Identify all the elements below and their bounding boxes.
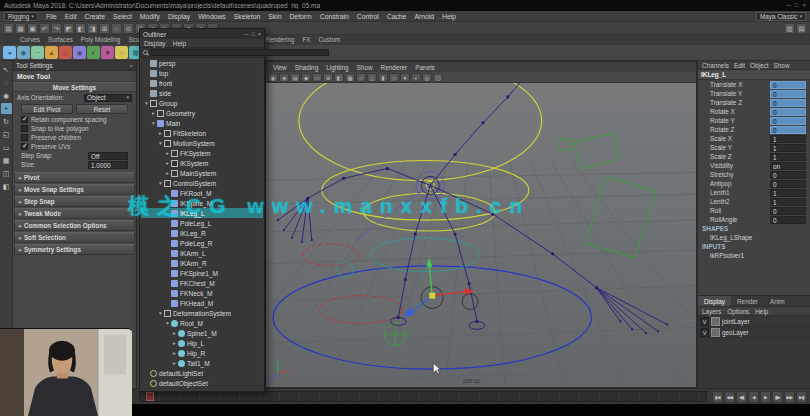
shelf-tab-custom[interactable]: Custom [315, 35, 345, 45]
outliner-item[interactable]: defaultObjectSet [141, 378, 263, 388]
expander-icon[interactable]: ▸ [171, 360, 178, 366]
channel-value-input[interactable]: 0 [770, 216, 806, 224]
expander-icon[interactable]: ▸ [164, 160, 171, 166]
scale-tool-icon[interactable]: ◱ [1, 129, 12, 140]
layers-menu[interactable]: Layers [702, 308, 721, 315]
channel-row[interactable]: Rotate Y 0 [698, 116, 810, 125]
outliner-item[interactable]: FKNeck_M [141, 288, 263, 298]
outliner-item[interactable]: IKLeg_L [141, 208, 263, 218]
reset-pivot-button[interactable]: Reset [76, 104, 128, 114]
outliner-menu-help[interactable]: Help [173, 40, 187, 47]
close-window-icon[interactable]: × [802, 0, 806, 11]
channel-value-input[interactable]: 1 [770, 189, 806, 197]
checkbox-row[interactable]: Preserve UVs [13, 142, 136, 151]
channel-row[interactable]: Rotate Z 0 [698, 125, 810, 134]
gate-mask-icon[interactable]: ▮ [378, 73, 388, 82]
axis-orientation-dropdown[interactable]: Object ▾ [84, 94, 132, 102]
outliner-item[interactable]: IKSpine_M [141, 198, 263, 208]
open-scene-icon[interactable]: ▦ [15, 23, 26, 34]
cb-menu-channels[interactable]: Channels [702, 62, 729, 69]
hypershade-layout-icon[interactable]: ◧ [1, 181, 12, 192]
layer-color-swatch[interactable] [711, 317, 720, 326]
cb-menu-edit[interactable]: Edit [734, 62, 745, 69]
collapsible-section-header[interactable]: Pivot [14, 172, 135, 183]
expander-icon[interactable]: ▾ [157, 140, 164, 146]
viewport-3d-scene[interactable]: persp [266, 83, 696, 387]
xray-mode-icon[interactable]: ◫ [433, 73, 443, 82]
channel-value-input[interactable]: 0 [770, 171, 806, 179]
menu-select[interactable]: Select [109, 11, 136, 22]
paint-weights-icon[interactable]: ◉ [73, 46, 86, 59]
paint-select-tool-icon[interactable]: ◉ [1, 90, 12, 101]
blend-shape-icon[interactable]: ■ [101, 46, 114, 59]
edit-pivot-button[interactable]: Edit Pivot [21, 104, 73, 114]
outliner-item[interactable]: ▸ FitSkeleton [141, 128, 263, 138]
lock-camera-icon[interactable]: ◈ [279, 73, 289, 82]
outliner-item[interactable]: ▸ Geometry [141, 108, 263, 118]
shelf-tab-curves[interactable]: Curves [16, 35, 44, 45]
yellow-control-curves[interactable] [299, 83, 542, 231]
current-frame-marker[interactable] [146, 392, 154, 401]
outliner-item[interactable]: FKSpine1_M [141, 268, 263, 278]
expander-icon[interactable]: ▾ [164, 320, 171, 326]
outliner-minimize-icon[interactable]: ─ [245, 31, 249, 37]
step-back-key-icon[interactable]: ◀◀ [724, 391, 735, 403]
single-pane-layout-icon[interactable]: ▭ [1, 142, 12, 153]
outliner-item[interactable]: ▸ Tail1_M [141, 358, 263, 368]
layer-tab-anim[interactable]: Anim [764, 296, 791, 306]
lasso-tool-icon[interactable]: ◌ [1, 77, 12, 88]
select-camera-icon[interactable]: ◉ [268, 73, 278, 82]
layer-visibility-toggle[interactable]: V [700, 317, 709, 326]
camera-attributes-icon[interactable]: ▤ [290, 73, 300, 82]
expander-icon[interactable]: ▸ [150, 110, 157, 116]
vp-menu-show[interactable]: Show [353, 64, 377, 71]
setting-value-input[interactable]: 1.0000 [88, 161, 128, 169]
expander-icon[interactable]: ▾ [150, 120, 157, 126]
channel-row[interactable]: Visibility on [698, 161, 810, 170]
select-object-icon[interactable]: ◧ [75, 23, 86, 34]
move-tool-icon[interactable]: + [1, 103, 12, 114]
rotate-tool-icon[interactable]: ↻ [1, 116, 12, 127]
menu-display[interactable]: Display [164, 11, 194, 22]
collapsible-section-header[interactable]: Symmetry Settings [14, 244, 135, 255]
menu-edit[interactable]: Edit [61, 11, 81, 22]
shelf-tab-fx[interactable]: FX [298, 35, 314, 45]
close-icon[interactable]: × [129, 63, 133, 69]
menu-arnold[interactable]: Arnold [410, 11, 438, 22]
outliner-item[interactable]: IKArm_L [141, 248, 263, 258]
go-to-start-icon[interactable]: ▮◀ [712, 391, 723, 403]
channel-value-input[interactable]: 0 [770, 126, 806, 134]
outliner-item[interactable]: IKLeg_R [141, 228, 263, 238]
channel-value-input[interactable]: 0 [770, 117, 806, 125]
redo-icon[interactable]: ↷ [51, 23, 62, 34]
channel-value-input[interactable]: 0 [770, 90, 806, 98]
channel-row[interactable]: Rotate X 0 [698, 107, 810, 116]
outliner-item[interactable]: FKChest_M [141, 278, 263, 288]
outliner-item[interactable]: ▸ FKSystem [141, 148, 263, 158]
save-scene-icon[interactable]: ▣ [27, 23, 38, 34]
channel-row[interactable]: Scale Z 1 [698, 152, 810, 161]
snap-to-grid-icon[interactable]: ⊞ [99, 23, 110, 34]
display-layer-row[interactable]: V geoLayer [698, 327, 810, 338]
vp-menu-panels[interactable]: Panels [411, 64, 439, 71]
unbind-skin-icon[interactable]: △ [59, 46, 72, 59]
collapsible-section-header[interactable]: Soft Selection [14, 232, 135, 243]
outliner-item[interactable]: FKHead_M [141, 298, 263, 308]
step-forward-key-icon[interactable]: ▶▶ [784, 391, 795, 403]
outliner-title-bar[interactable]: Outliner ─□× [140, 29, 264, 39]
collapsible-section-header[interactable]: Move Snap Settings [14, 184, 135, 195]
menu-deform[interactable]: Deform [285, 11, 315, 22]
play-forwards-icon[interactable]: ▶ [760, 391, 771, 403]
outliner-item[interactable]: ▾ Main [141, 118, 263, 128]
input-node-name[interactable]: ikRPsolver1 [698, 251, 810, 260]
outliner-item[interactable]: ▸ Hip_R [141, 348, 263, 358]
play-backwards-icon[interactable]: ◀ [748, 391, 759, 403]
channel-row[interactable]: Antipop 0 [698, 179, 810, 188]
outliner-item[interactable]: ▸ MainSystem [141, 168, 263, 178]
checkbox[interactable] [21, 143, 28, 150]
channel-value-input[interactable]: 0 [770, 99, 806, 107]
lighting-mode-icon[interactable]: ◎ [422, 73, 432, 82]
blue-control-curves[interactable] [273, 238, 592, 369]
workspace-selector[interactable]: Maya Classic ▾ [756, 12, 806, 21]
layer-visibility-toggle[interactable]: V [700, 328, 709, 337]
